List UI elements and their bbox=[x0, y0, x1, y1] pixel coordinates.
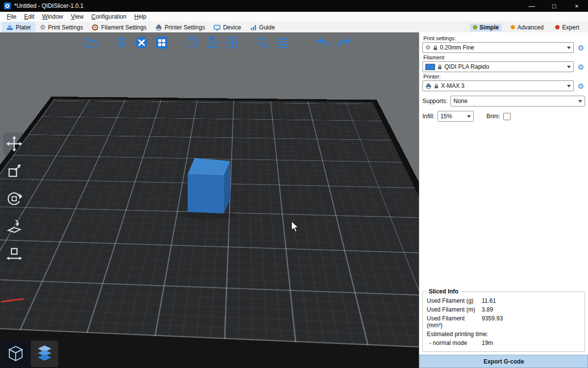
search-button[interactable] bbox=[255, 35, 270, 51]
tab-device[interactable]: Device bbox=[209, 22, 245, 32]
measure-gizmo-button[interactable] bbox=[3, 242, 25, 265]
lock-icon bbox=[438, 64, 442, 70]
print-settings-combo[interactable]: ⚙ 0.20mm Fine bbox=[422, 42, 574, 53]
mode-expert[interactable]: Expert bbox=[552, 24, 582, 31]
tabbar: Plater ⚙ Print Settings Filament Setting… bbox=[0, 22, 588, 33]
infill-combo[interactable]: 15% bbox=[438, 111, 474, 122]
move-gizmo-button[interactable] bbox=[3, 132, 25, 155]
tab-print-settings[interactable]: ⚙ Print Settings bbox=[35, 22, 87, 32]
device-icon bbox=[214, 24, 220, 31]
open-folder-icon bbox=[84, 35, 98, 50]
mode-simple[interactable]: Simple bbox=[470, 24, 502, 31]
chevron-down-icon bbox=[567, 66, 571, 68]
rotate-icon bbox=[6, 190, 23, 207]
mode-label: Expert bbox=[562, 24, 579, 31]
paste-button[interactable] bbox=[204, 35, 220, 51]
print-settings-gear-button[interactable]: ⚙ bbox=[577, 44, 585, 52]
variable-layer-height-button[interactable] bbox=[275, 35, 291, 51]
titlebar: *Untitled - QIDISlicer-1.0.1 — □ × bbox=[0, 0, 588, 12]
open-file-button[interactable] bbox=[83, 35, 99, 51]
mode-label: Simple bbox=[480, 24, 499, 31]
tab-label: Filament Settings bbox=[101, 24, 147, 31]
scale-gizmo-button[interactable] bbox=[3, 160, 25, 183]
printer-value: X-MAX 3 bbox=[441, 82, 465, 89]
rotate-gizmo-button[interactable] bbox=[3, 187, 25, 210]
place-on-face-gizmo-button[interactable] bbox=[3, 215, 25, 237]
export-gcode-button[interactable]: Export G-code bbox=[419, 355, 588, 368]
gear-icon: ⚙ bbox=[425, 45, 431, 51]
brim-checkbox[interactable] bbox=[503, 113, 511, 120]
printer-icon bbox=[155, 24, 162, 31]
mode-label: Advanced bbox=[517, 24, 543, 31]
sliced-info-row: - normal mode 19m bbox=[427, 340, 581, 346]
gear-icon: ⚙ bbox=[40, 24, 46, 30]
search-icon bbox=[255, 35, 270, 50]
tab-label: Device bbox=[223, 24, 241, 31]
window-title: *Untitled - QIDISlicer-1.0.1 bbox=[14, 2, 83, 9]
3d-viewport[interactable] bbox=[0, 32, 419, 368]
supports-value: None bbox=[453, 98, 467, 105]
mode-switcher: Simple Advanced Expert bbox=[470, 24, 586, 31]
menu-edit[interactable]: Edit bbox=[20, 13, 38, 21]
delete-trash-icon bbox=[114, 35, 129, 50]
supports-label: Supports: bbox=[422, 98, 447, 105]
filament-label: Filament: bbox=[423, 54, 585, 60]
tab-label: Guide bbox=[259, 24, 275, 31]
undo-icon bbox=[316, 35, 331, 51]
delete-all-button[interactable] bbox=[134, 35, 149, 51]
move-icon bbox=[6, 135, 23, 152]
tab-guide[interactable]: Guide bbox=[245, 22, 279, 32]
menu-view[interactable]: View bbox=[67, 13, 88, 21]
guide-icon bbox=[250, 24, 257, 31]
sliced-info-row: Estimated printing time: bbox=[427, 331, 581, 338]
preview-view-button[interactable] bbox=[31, 341, 58, 367]
plater-icon bbox=[6, 24, 13, 31]
tab-filament-settings[interactable]: Filament Settings bbox=[87, 22, 151, 32]
expert-mode-dot-icon bbox=[555, 25, 560, 29]
layers-icon bbox=[275, 35, 290, 50]
split-icon bbox=[225, 35, 240, 50]
undo-button[interactable] bbox=[316, 35, 331, 51]
filament-color-swatch bbox=[425, 64, 435, 70]
chevron-down-icon bbox=[567, 85, 571, 87]
printer-gear-button[interactable]: ⚙ bbox=[577, 82, 585, 90]
lock-icon bbox=[433, 45, 438, 51]
split-button[interactable] bbox=[224, 35, 240, 51]
close-button[interactable]: × bbox=[565, 0, 588, 12]
chevron-down-icon bbox=[578, 100, 582, 103]
print-bed bbox=[0, 32, 419, 368]
maximize-button[interactable]: □ bbox=[543, 0, 565, 12]
supports-combo[interactable]: None bbox=[450, 96, 585, 106]
main-area: Print settings: ⚙ 0.20mm Fine ⚙ Filament… bbox=[0, 32, 588, 368]
app-logo-icon bbox=[4, 2, 11, 9]
infill-label: Infill: bbox=[422, 113, 435, 120]
menu-file[interactable]: File bbox=[3, 13, 20, 21]
advanced-mode-dot-icon bbox=[511, 25, 515, 29]
redo-button[interactable] bbox=[336, 35, 351, 51]
mode-advanced[interactable]: Advanced bbox=[508, 24, 546, 31]
paste-icon bbox=[205, 35, 220, 50]
menu-configuration[interactable]: Configuration bbox=[88, 13, 130, 21]
tab-plater[interactable]: Plater bbox=[2, 22, 35, 32]
brim-label: Brim: bbox=[487, 113, 500, 120]
print-settings-label: Print settings: bbox=[423, 35, 585, 41]
menu-window[interactable]: Window bbox=[38, 13, 67, 21]
filament-value: QIDI PLA Rapido bbox=[444, 63, 489, 70]
filament-gear-button[interactable]: ⚙ bbox=[577, 63, 585, 71]
filament-combo[interactable]: QIDI PLA Rapido bbox=[422, 61, 574, 72]
minimize-button[interactable]: — bbox=[520, 0, 543, 12]
window-controls: — □ × bbox=[520, 0, 588, 12]
delete-button[interactable] bbox=[114, 35, 129, 51]
editor-view-button[interactable] bbox=[2, 341, 29, 367]
menu-help[interactable]: Help bbox=[130, 13, 150, 21]
tab-printer-settings[interactable]: Printer Settings bbox=[151, 22, 209, 32]
arrange-button[interactable] bbox=[154, 35, 170, 51]
printer-label: Printer: bbox=[423, 74, 585, 79]
tab-label: Plater bbox=[16, 24, 31, 31]
printer-icon bbox=[425, 83, 432, 89]
printer-combo[interactable]: X-MAX 3 bbox=[422, 80, 574, 91]
place-on-face-icon bbox=[6, 218, 23, 235]
plater-toolbar bbox=[83, 35, 351, 51]
view-mode-switch bbox=[2, 341, 58, 367]
copy-button[interactable] bbox=[184, 35, 200, 51]
